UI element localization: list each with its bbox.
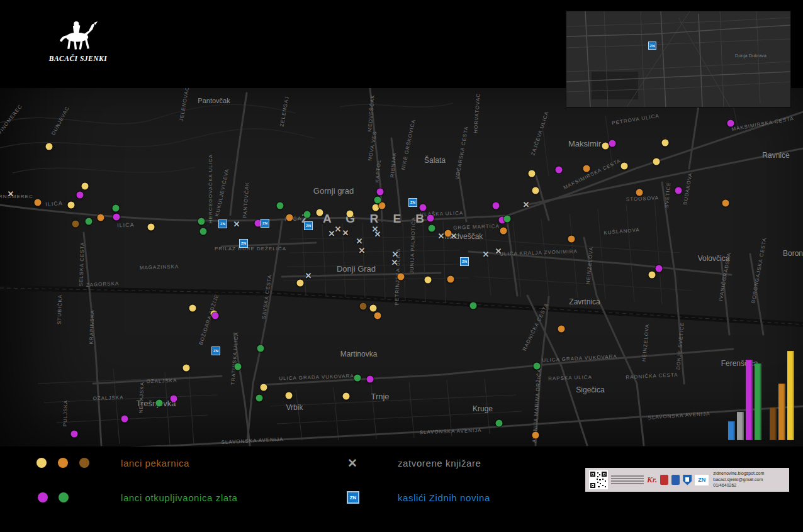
yellow-dot [68,202,75,209]
street-label: ILICA [117,222,135,229]
yellow-dot [46,143,53,150]
district-label: Zavrtnica [569,297,600,306]
contact-url: zidnenovine.blogspot.com [713,471,764,477]
yellow-dot [286,392,293,399]
district-label: Pantovčak [198,97,230,104]
yellow-dot [529,170,536,177]
yellow-dot [347,211,354,218]
street-label: ILICA [45,200,63,208]
orange-dot [558,326,565,333]
zagreb-map-canvas[interactable]: PantovčakGornji gradZ A G R E BDonji Gra… [0,88,803,446]
bakery-brown-swatch [79,458,89,468]
bakery-orange-swatch [58,458,68,468]
street-label: PULJSKA [62,400,69,427]
magenta-dot [171,396,177,402]
district-label: Borongaj [783,249,803,258]
magenta-dot [675,187,682,194]
qr-code [589,470,608,489]
zn-logo: ZN [695,475,709,485]
magenta-dot [212,313,219,319]
magenta-dot [367,376,374,383]
yellow-dot [425,277,432,284]
chart-bar-magenta [746,360,753,440]
orange-dot [636,189,643,196]
zn-box-marker: ZN [460,257,469,266]
district-label: Donji Grad [337,264,376,274]
street-label: OZALJSKA [146,378,177,385]
gold-legend-label: lanci otkupljivaonica zlata [121,492,237,503]
closed-bookstore-marker: ✕ [335,225,342,233]
green-dot [235,363,242,370]
orange-dot [374,313,381,319]
green-dot [496,420,503,427]
closed-bookstore-marker: ✕ [233,220,240,228]
credits-fine-print [611,475,644,484]
green-dot [113,205,120,212]
closed-bookstores-legend-label: zatvorene knjižare [398,458,481,468]
green-dot [429,225,435,232]
closed-bookstore-x-icon: ✕ [347,457,357,469]
magenta-dot [77,192,84,199]
district-label: Gornji grad [313,186,354,196]
contact-email: bacaci.sjenki@gmail.com [713,477,764,483]
orange-dot [722,200,729,207]
green-dot [156,400,163,407]
bacaci-sjenki-logo: BACAČI SJENKI [48,18,108,62]
yellow-dot [189,305,196,312]
bakery-yellow-swatch [36,458,47,468]
street-label: NEHAJSKA [138,382,145,414]
zagreb-coat-of-arms [683,475,692,485]
yellow-dot [602,143,609,150]
brown-dot [360,303,367,310]
bar-chart [728,351,794,440]
street-label: KRAPINSKA [89,309,96,344]
street-label: OZALJSKA [93,395,123,402]
green-dot [277,202,284,209]
yellow-dot [317,209,323,216]
district-label: Kruge [473,404,493,413]
magenta-dot [656,265,663,272]
yellow-dot [183,365,190,372]
yellow-dot [82,183,89,190]
legend-footer: lanci pekarnica ✕ zatvorene knjižare lan… [0,446,803,532]
orange-dot [447,276,454,283]
zn-box-marker: ZN [408,198,417,207]
overview-inset-map: ZN Donja Dubrava [566,11,790,107]
yellow-dot [148,224,155,231]
district-label: Ravnice [762,151,789,160]
green-dot [354,375,361,382]
closed-bookstore-marker: ✕ [374,230,381,238]
orange-dot [568,236,575,243]
street-label: ČRNOMEREC [0,194,33,199]
magenta-dot [420,204,427,211]
closed-bookstore-marker: ✕ [359,247,366,255]
magenta-dot [427,215,434,222]
closed-bookstore-marker: ✕ [495,247,502,255]
magenta-dot [71,431,78,438]
closed-bookstore-marker: ✕ [342,229,349,237]
yellow-dot [261,384,267,391]
zn-legend-label: kaslići Zidnih novina [398,492,490,503]
logo-wordmark: BACAČI SJENKI [48,55,108,62]
orange-dot [286,214,293,221]
green-dot [374,197,381,204]
yellow-dot [662,140,669,147]
magenta-dot [121,416,128,423]
street-network [0,88,803,446]
district-label: Šalata [424,156,446,165]
closed-bookstore-marker: ✕ [305,272,312,280]
closed-bookstore-marker: ✕ [483,250,490,258]
green-dot [198,218,205,225]
bakery-legend-label: lanci pekarnica [121,458,189,468]
chart-bar-gray [737,412,744,440]
magenta-dot [556,167,563,174]
green-dot [470,302,477,309]
closed-bookstore-marker: ✕ [451,232,458,240]
yellow-dot [297,280,304,287]
street-label: STUBIČKA [57,294,64,324]
kr-logo: Kr. [647,475,657,485]
magenta-dot [113,214,120,221]
chart-bar-orange [778,384,785,440]
zn-box-icon: ZN [347,491,359,504]
yellow-dot [370,305,377,312]
